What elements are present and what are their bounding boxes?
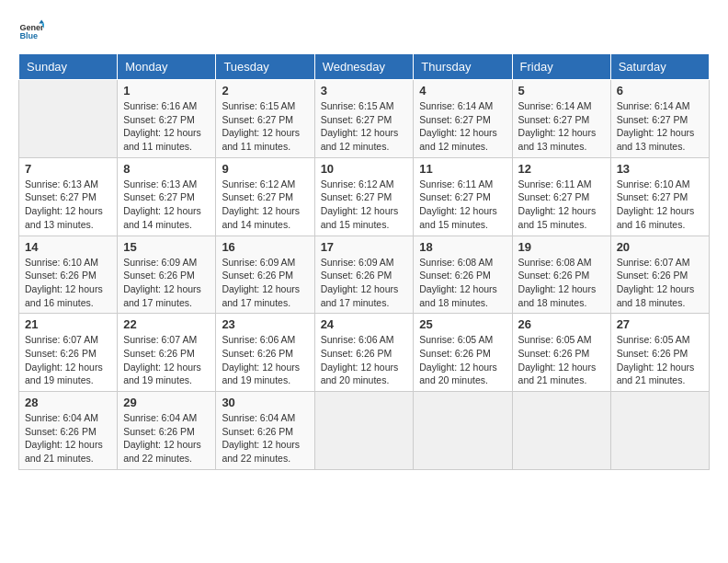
day-info: Sunrise: 6:11 AMSunset: 6:27 PMDaylight:… [518,178,605,232]
day-number: 2 [222,84,308,98]
day-info: Sunrise: 6:08 AMSunset: 6:26 PMDaylight:… [419,256,506,310]
day-info: Sunrise: 6:05 AMSunset: 6:26 PMDaylight:… [617,333,703,387]
calendar-cell: 7Sunrise: 6:13 AMSunset: 6:27 PMDaylight… [19,157,118,236]
calendar-cell: 10Sunrise: 6:12 AMSunset: 6:27 PMDayligh… [314,157,414,236]
day-header-tuesday: Tuesday [216,54,314,80]
calendar-cell: 17Sunrise: 6:09 AMSunset: 6:26 PMDayligh… [314,236,414,314]
logo-icon: General Blue [18,18,44,44]
day-info: Sunrise: 6:09 AMSunset: 6:26 PMDaylight:… [222,256,308,310]
calendar-cell: 21Sunrise: 6:07 AMSunset: 6:26 PMDayligh… [19,314,118,392]
day-number: 29 [123,396,210,409]
day-number: 23 [222,317,308,331]
day-info: Sunrise: 6:05 AMSunset: 6:26 PMDaylight:… [419,333,506,387]
day-number: 30 [222,396,308,409]
day-number: 5 [518,84,605,98]
svg-text:General: General [19,23,44,32]
calendar-cell [414,392,512,470]
calendar-cell: 5Sunrise: 6:14 AMSunset: 6:27 PMDaylight… [512,80,610,158]
day-number: 27 [617,317,703,331]
day-info: Sunrise: 6:07 AMSunset: 6:26 PMDaylight:… [617,256,703,310]
calendar-cell: 13Sunrise: 6:10 AMSunset: 6:27 PMDayligh… [610,157,709,236]
day-info: Sunrise: 6:14 AMSunset: 6:27 PMDaylight:… [518,99,605,154]
calendar-cell: 30Sunrise: 6:04 AMSunset: 6:26 PMDayligh… [216,392,314,470]
day-number: 1 [123,84,210,98]
calendar-cell: 20Sunrise: 6:07 AMSunset: 6:26 PMDayligh… [610,236,709,314]
day-number: 16 [222,240,308,254]
day-info: Sunrise: 6:04 AMSunset: 6:26 PMDaylight:… [123,411,210,465]
calendar-cell: 23Sunrise: 6:06 AMSunset: 6:26 PMDayligh… [216,314,314,392]
calendar-cell: 11Sunrise: 6:11 AMSunset: 6:27 PMDayligh… [414,157,512,236]
calendar-cell: 28Sunrise: 6:04 AMSunset: 6:26 PMDayligh… [19,392,118,470]
day-info: Sunrise: 6:07 AMSunset: 6:26 PMDaylight:… [123,333,210,387]
logo: General Blue [18,18,44,44]
day-number: 11 [419,162,506,176]
day-info: Sunrise: 6:15 AMSunset: 6:27 PMDaylight:… [222,99,308,154]
day-info: Sunrise: 6:09 AMSunset: 6:26 PMDaylight:… [321,256,408,310]
calendar-cell: 25Sunrise: 6:05 AMSunset: 6:26 PMDayligh… [414,314,512,392]
svg-text:Blue: Blue [19,31,38,40]
calendar-week-row: 7Sunrise: 6:13 AMSunset: 6:27 PMDaylight… [19,157,710,236]
calendar-cell [512,392,610,470]
day-number: 12 [518,162,605,176]
calendar-cell: 2Sunrise: 6:15 AMSunset: 6:27 PMDaylight… [216,80,314,158]
day-info: Sunrise: 6:16 AMSunset: 6:27 PMDaylight:… [123,99,210,154]
calendar-cell: 12Sunrise: 6:11 AMSunset: 6:27 PMDayligh… [512,157,610,236]
day-number: 26 [518,317,605,331]
calendar-cell [610,392,709,470]
day-info: Sunrise: 6:04 AMSunset: 6:26 PMDaylight:… [222,411,308,465]
day-number: 6 [617,84,703,98]
day-number: 3 [321,84,408,98]
calendar-cell: 8Sunrise: 6:13 AMSunset: 6:27 PMDaylight… [118,157,216,236]
day-number: 9 [222,162,308,176]
day-info: Sunrise: 6:08 AMSunset: 6:26 PMDaylight:… [518,256,605,310]
day-number: 10 [321,162,408,176]
day-number: 28 [25,396,111,409]
day-number: 21 [25,317,111,331]
day-info: Sunrise: 6:12 AMSunset: 6:27 PMDaylight:… [222,178,308,232]
day-number: 20 [617,240,703,254]
day-info: Sunrise: 6:06 AMSunset: 6:26 PMDaylight:… [321,333,408,387]
calendar-cell [314,392,414,470]
calendar-cell: 27Sunrise: 6:05 AMSunset: 6:26 PMDayligh… [610,314,709,392]
day-info: Sunrise: 6:10 AMSunset: 6:26 PMDaylight:… [25,256,111,310]
day-number: 14 [25,240,111,254]
calendar-table: SundayMondayTuesdayWednesdayThursdayFrid… [18,53,710,470]
day-number: 19 [518,240,605,254]
calendar-week-row: 14Sunrise: 6:10 AMSunset: 6:26 PMDayligh… [19,236,710,314]
calendar-cell: 26Sunrise: 6:05 AMSunset: 6:26 PMDayligh… [512,314,610,392]
day-header-saturday: Saturday [610,54,709,80]
day-info: Sunrise: 6:07 AMSunset: 6:26 PMDaylight:… [25,333,111,387]
day-info: Sunrise: 6:13 AMSunset: 6:27 PMDaylight:… [25,178,111,232]
calendar-cell: 14Sunrise: 6:10 AMSunset: 6:26 PMDayligh… [19,236,118,314]
day-number: 17 [321,240,408,254]
day-info: Sunrise: 6:15 AMSunset: 6:27 PMDaylight:… [321,99,408,154]
day-number: 13 [617,162,703,176]
day-number: 7 [25,162,111,176]
calendar-cell: 19Sunrise: 6:08 AMSunset: 6:26 PMDayligh… [512,236,610,314]
day-number: 24 [321,317,408,331]
day-header-wednesday: Wednesday [314,54,414,80]
calendar-cell: 22Sunrise: 6:07 AMSunset: 6:26 PMDayligh… [118,314,216,392]
day-number: 15 [123,240,210,254]
calendar-cell: 29Sunrise: 6:04 AMSunset: 6:26 PMDayligh… [118,392,216,470]
day-header-monday: Monday [118,54,216,80]
day-info: Sunrise: 6:09 AMSunset: 6:26 PMDaylight:… [123,256,210,310]
day-header-friday: Friday [512,54,610,80]
calendar-cell [19,80,118,158]
day-info: Sunrise: 6:06 AMSunset: 6:26 PMDaylight:… [222,333,308,387]
day-info: Sunrise: 6:12 AMSunset: 6:27 PMDaylight:… [321,178,408,232]
calendar-cell: 1Sunrise: 6:16 AMSunset: 6:27 PMDaylight… [118,80,216,158]
day-number: 22 [123,317,210,331]
day-number: 18 [419,240,506,254]
day-number: 8 [123,162,210,176]
day-info: Sunrise: 6:11 AMSunset: 6:27 PMDaylight:… [419,178,506,232]
calendar-week-row: 21Sunrise: 6:07 AMSunset: 6:26 PMDayligh… [19,314,710,392]
calendar-cell: 24Sunrise: 6:06 AMSunset: 6:26 PMDayligh… [314,314,414,392]
calendar-cell: 6Sunrise: 6:14 AMSunset: 6:27 PMDaylight… [610,80,709,158]
calendar-cell: 4Sunrise: 6:14 AMSunset: 6:27 PMDaylight… [414,80,512,158]
day-header-thursday: Thursday [414,54,512,80]
calendar-cell: 18Sunrise: 6:08 AMSunset: 6:26 PMDayligh… [414,236,512,314]
day-info: Sunrise: 6:13 AMSunset: 6:27 PMDaylight:… [123,178,210,232]
day-info: Sunrise: 6:05 AMSunset: 6:26 PMDaylight:… [518,333,605,387]
day-info: Sunrise: 6:14 AMSunset: 6:27 PMDaylight:… [617,99,703,154]
